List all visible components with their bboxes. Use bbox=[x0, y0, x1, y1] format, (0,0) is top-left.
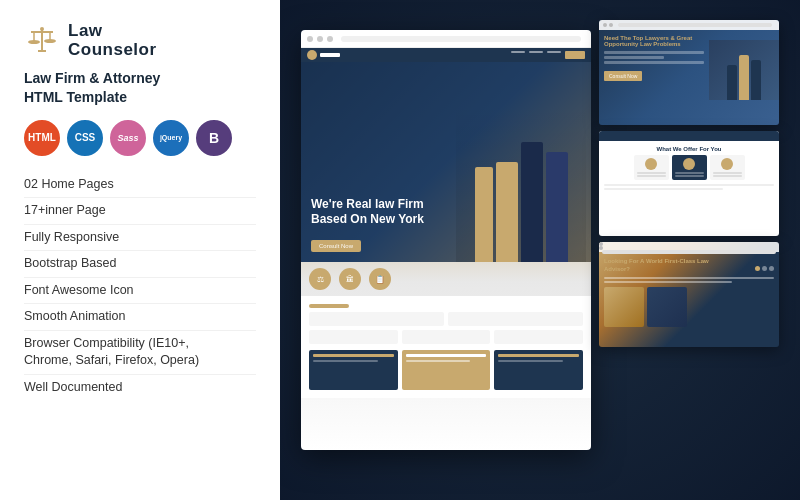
badge-sass: Sass bbox=[110, 120, 146, 156]
content-block-1 bbox=[309, 312, 444, 326]
person-2 bbox=[521, 142, 543, 262]
offer-card-3 bbox=[710, 155, 745, 180]
screenshot-bottom-right: Looking For A World First-Class Law Advi… bbox=[599, 242, 779, 347]
nav-dot-1 bbox=[307, 36, 313, 42]
sm-line-2 bbox=[604, 56, 664, 59]
sm-title-2: What We Offer For You bbox=[604, 146, 774, 152]
people-group bbox=[475, 142, 568, 262]
sm-content-2: What We Offer For You bbox=[599, 141, 779, 195]
nav-dot-inactive-2 bbox=[769, 266, 774, 271]
offer-text-2 bbox=[637, 175, 666, 177]
feature-responsive: Fully Responsive bbox=[24, 225, 256, 252]
hero-section: We're Real law FirmBased On New York Con… bbox=[301, 62, 591, 262]
content-section bbox=[301, 296, 591, 398]
sm-dot-1 bbox=[603, 23, 607, 27]
svg-point-5 bbox=[44, 39, 56, 43]
brand-row: Law Counselor bbox=[24, 22, 256, 59]
offer-text-6 bbox=[713, 175, 742, 177]
feature-browser-compat: Browser Compatibility (IE10+,Chrome, Saf… bbox=[24, 331, 256, 375]
sm-people-area bbox=[709, 40, 779, 100]
offer-text-5 bbox=[713, 172, 742, 174]
badge-css3: CSS bbox=[67, 120, 103, 156]
sm-text-area-1: Need The Top Lawyers & GreatOpportunity … bbox=[599, 30, 709, 125]
logo-dot bbox=[307, 50, 317, 60]
nav-dot-3 bbox=[327, 36, 333, 42]
sm-url-1 bbox=[618, 23, 772, 27]
nav-link-1 bbox=[511, 51, 525, 53]
badge-jquery: jQuery bbox=[153, 120, 189, 156]
features-list: 02 Home Pages 17+inner Page Fully Respon… bbox=[24, 172, 256, 401]
nav-dot-inactive-1 bbox=[762, 266, 767, 271]
sm-line-b1 bbox=[604, 184, 774, 186]
left-panel: Law Counselor Law Firm & AttorneyHTML Te… bbox=[0, 0, 280, 500]
offer-text-4 bbox=[675, 175, 704, 177]
tech-badges: HTML CSS Sass jQuery B bbox=[24, 120, 256, 156]
right-panel: We're Real law FirmBased On New York Con… bbox=[280, 0, 800, 500]
sm-person-3 bbox=[751, 60, 761, 100]
person-1 bbox=[496, 162, 518, 262]
hero-headline: We're Real law FirmBased On New York bbox=[311, 197, 441, 228]
feature-bootstrap: Bootstrap Based bbox=[24, 251, 256, 278]
main-nav-bar bbox=[301, 30, 591, 48]
sm-content-3: Looking For A World First-Class Law Advi… bbox=[599, 252, 779, 347]
feature-documented: Well Documented bbox=[24, 375, 256, 401]
sm-offer-cards bbox=[604, 155, 774, 180]
sm-photo-group bbox=[604, 287, 774, 327]
offer-icon-3 bbox=[721, 158, 733, 170]
sm-lines-1 bbox=[604, 51, 704, 64]
hero-button[interactable]: Consult Now bbox=[311, 240, 361, 252]
content-block-4 bbox=[402, 330, 491, 344]
feature-home-pages: 02 Home Pages bbox=[24, 172, 256, 199]
sm-photo-1 bbox=[604, 287, 644, 327]
card-text-3 bbox=[498, 360, 563, 362]
content-row-1 bbox=[309, 312, 583, 326]
card-bar-2 bbox=[406, 354, 487, 357]
sm-line-3 bbox=[604, 61, 704, 64]
sm-line-b2 bbox=[604, 188, 723, 190]
nav-dot-2 bbox=[317, 36, 323, 42]
screenshots-right-column: Need The Top Lawyers & GreatOpportunity … bbox=[599, 20, 779, 347]
gold-accent-bar bbox=[309, 304, 349, 308]
offer-icon-2 bbox=[683, 158, 695, 170]
card-bar-1 bbox=[313, 354, 394, 357]
person-4 bbox=[475, 167, 493, 262]
brand-text: Law Counselor bbox=[68, 22, 157, 59]
nav-link-3 bbox=[547, 51, 561, 53]
site-topbar bbox=[301, 48, 591, 62]
card-text-2 bbox=[406, 360, 471, 362]
sm-line-c2 bbox=[604, 281, 732, 283]
sm-line-1 bbox=[604, 51, 704, 54]
badge-bootstrap: B bbox=[196, 120, 232, 156]
sm-photo-2 bbox=[647, 287, 687, 327]
service-icons-row: ⚖ 🏛 📋 bbox=[309, 268, 583, 290]
service-icon-3: 📋 bbox=[369, 268, 391, 290]
sm-image-1 bbox=[709, 40, 779, 100]
sm-nav-1 bbox=[599, 20, 779, 30]
sm-title-1: Need The Top Lawyers & GreatOpportunity … bbox=[604, 35, 704, 47]
hero-people bbox=[456, 102, 586, 262]
sm-dots-nav bbox=[755, 266, 774, 271]
content-block-3 bbox=[309, 330, 398, 344]
screenshot-top-right: Need The Top Lawyers & GreatOpportunity … bbox=[599, 20, 779, 125]
sm-button-1[interactable]: Consult Now bbox=[604, 71, 642, 81]
badge-html5: HTML bbox=[24, 120, 60, 156]
screenshot-middle-right: What We Offer For You bbox=[599, 131, 779, 236]
nav-url-bar bbox=[341, 36, 581, 42]
brand-name-counselor: Counselor bbox=[68, 41, 157, 60]
offer-icon-1 bbox=[645, 158, 657, 170]
sm-line-c1 bbox=[604, 277, 774, 279]
site-logo-area bbox=[307, 50, 340, 60]
sm-lines-3 bbox=[604, 277, 774, 283]
screenshots-container: We're Real law FirmBased On New York Con… bbox=[280, 0, 800, 500]
person-3 bbox=[546, 152, 568, 262]
brand-logo-icon bbox=[24, 23, 60, 59]
service-cards-row bbox=[309, 350, 583, 390]
sm-title-3: Looking For A World First-Class Law Advi… bbox=[604, 257, 724, 274]
service-card-2 bbox=[402, 350, 491, 390]
card-text-1 bbox=[313, 360, 378, 362]
feature-inner-pages: 17+inner Page bbox=[24, 198, 256, 225]
nav-cta bbox=[565, 51, 585, 59]
sm-bottom-lines-2 bbox=[604, 184, 774, 190]
sm-content-area-1: Need The Top Lawyers & GreatOpportunity … bbox=[599, 30, 779, 125]
svg-rect-1 bbox=[31, 31, 53, 33]
